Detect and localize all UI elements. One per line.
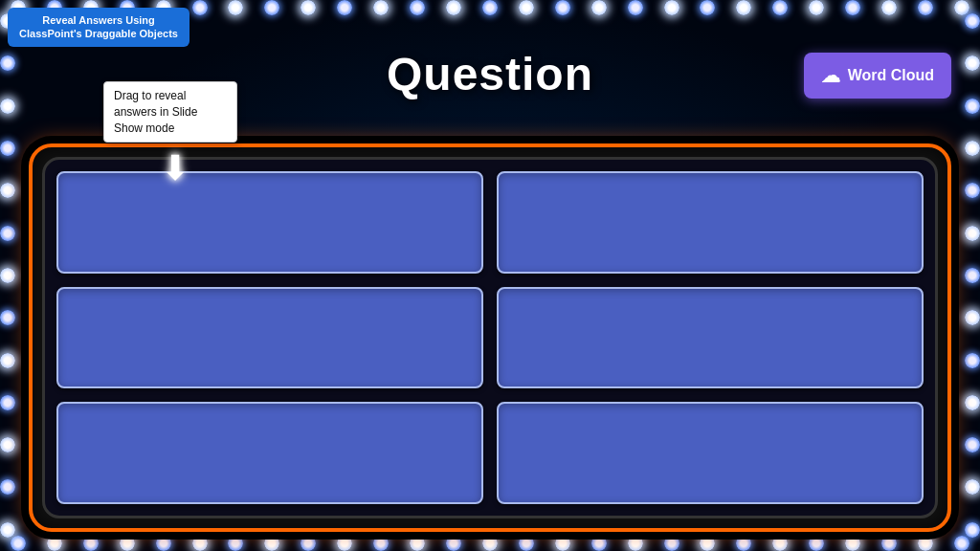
light-dot [965,268,980,283]
light-dot [0,310,15,325]
light-dot [337,536,352,551]
light-dot [965,226,980,241]
light-dot [156,536,171,551]
game-board [29,143,951,532]
light-dot [845,536,860,551]
answers-grid [56,171,924,504]
inner-frame [42,157,938,518]
light-dot [0,141,15,156]
light-dot [965,395,980,410]
light-dot [301,536,316,551]
light-dot [881,536,897,551]
light-dot [918,536,933,551]
light-dot [809,536,824,551]
answer-box-5[interactable] [56,402,483,504]
light-dot [192,536,208,551]
light-dot [47,536,62,551]
light-dot [0,226,15,241]
light-dot [264,536,279,551]
light-dot [664,536,679,551]
drag-callout: Drag to reveal answers in Slide Show mod… [103,81,237,143]
answer-box-3[interactable] [56,287,483,389]
stage-lights-bottom [0,536,980,551]
light-dot [0,479,15,495]
light-dot [965,310,980,325]
light-dot [0,522,15,538]
arrow-down-icon: ⬇ [161,148,189,188]
light-dot [591,536,607,551]
light-dot [446,536,461,551]
light-dot [965,437,980,452]
light-dot [555,536,570,551]
light-dot [965,183,980,198]
answer-box-1[interactable] [56,171,483,274]
light-dot [373,536,389,551]
light-dot [228,536,243,551]
answer-box-6[interactable] [497,402,924,504]
light-dot [0,437,15,452]
light-dot [120,536,135,551]
answer-box-4[interactable] [497,287,924,389]
question-title: Question [387,48,593,100]
light-dot [965,479,980,495]
light-dot [519,536,534,551]
answer-box-2[interactable] [497,171,924,274]
reveal-answers-banner: Reveal Answers Using ClassPoint's Dragga… [8,8,189,47]
light-dot [410,536,425,551]
light-dot [83,536,99,551]
light-dot [0,183,15,198]
light-dot [772,536,788,551]
light-dot [0,268,15,283]
light-dot [965,141,980,156]
light-dot [736,536,751,551]
light-dot [0,395,15,410]
light-dot [628,536,643,551]
light-dot [482,536,498,551]
light-dot [0,353,15,368]
light-dot [700,536,715,551]
light-dot [965,353,980,368]
light-dot [965,522,980,538]
